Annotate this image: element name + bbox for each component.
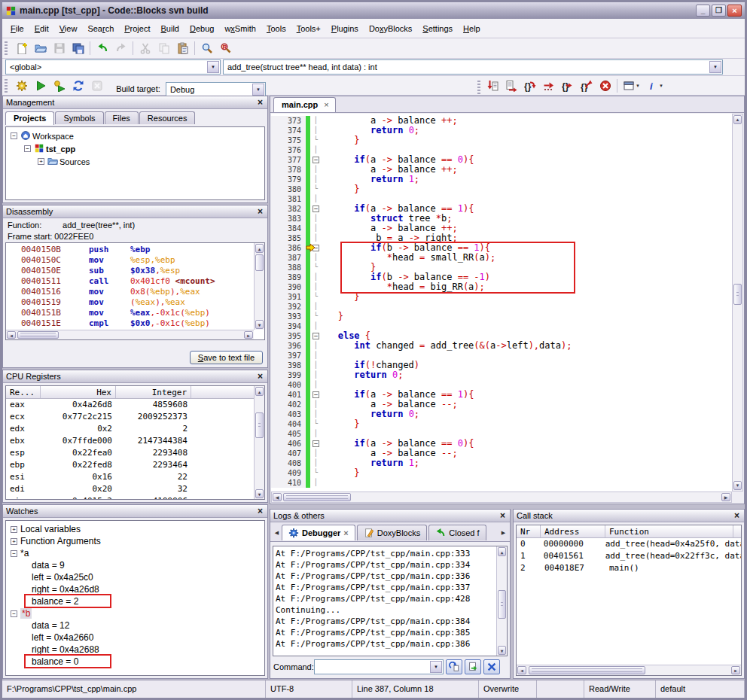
fold-margin[interactable]: │ (310, 341, 322, 351)
register-row[interactable]: ebx0x7ffde0002147344384 (6, 435, 264, 447)
chevron-down-icon[interactable]: ▼ (252, 84, 264, 96)
chevron-down-icon[interactable]: ▼ (207, 61, 219, 73)
scope-combobox[interactable]: <global> ▼ (5, 59, 221, 75)
fold-margin[interactable]: │ (310, 380, 322, 390)
register-row[interactable]: esi0x1622 (6, 471, 264, 483)
open-button[interactable] (31, 40, 50, 57)
fold-margin[interactable]: └ (310, 263, 322, 272)
fold-margin[interactable]: │ (310, 409, 322, 419)
line-number[interactable]: 402 (271, 400, 306, 409)
log-tab-doxyblocks[interactable]: DoxyBlocks (357, 525, 427, 540)
editor-hscrollbar[interactable]: ◀ ▶ (271, 492, 732, 503)
rebuild-button[interactable] (69, 77, 87, 94)
watch-item-data[interactable]: data = 12 (6, 619, 264, 632)
fold-margin[interactable]: │ (310, 478, 322, 488)
fold-margin[interactable]: │ (310, 351, 322, 361)
fold-margin[interactable]: │ (310, 302, 322, 312)
watch-item-left[interactable]: left = 0x4a2660 (6, 632, 264, 644)
expand-icon[interactable]: + (11, 538, 17, 545)
line-number[interactable]: 393 (271, 312, 306, 321)
line-number[interactable]: 398 (271, 361, 306, 370)
watch-item-balance[interactable]: balance = 0 (6, 656, 264, 668)
menu-item-search[interactable]: Search (82, 22, 119, 35)
log-vscrollbar[interactable]: ▲ ▼ (496, 546, 507, 656)
step-into-button[interactable]: {} (520, 77, 539, 94)
line-number[interactable]: 374 (271, 126, 306, 135)
debugger-log[interactable]: At F:/Programs/CPP/tst_cpp/main.cpp:333A… (273, 546, 508, 656)
paste-button[interactable] (173, 40, 192, 57)
line-number[interactable]: 394 (271, 321, 306, 331)
menu-item-plugins[interactable]: Plugins (326, 22, 364, 35)
cpu-registers-vscrollbar[interactable]: ▲ ▼ (254, 386, 264, 499)
call-stack-column-nr[interactable]: Nr (517, 525, 541, 537)
chevron-down-icon[interactable]: ▼ (430, 661, 442, 673)
run-to-cursor-button[interactable] (483, 77, 502, 94)
tab-scroll-left-icon[interactable]: ◀ (272, 526, 282, 540)
fold-margin[interactable]: │ (310, 449, 322, 458)
maximize-button[interactable]: ❐ (712, 5, 726, 17)
line-number[interactable]: 408 (271, 458, 306, 468)
line-number[interactable]: 406 (271, 439, 306, 449)
menu-item-tools-[interactable]: Tools+ (291, 22, 326, 35)
close-panel-icon[interactable]: × (256, 372, 264, 381)
fold-margin[interactable]: └ (310, 468, 322, 478)
fold-margin[interactable]: └ (310, 135, 322, 145)
call-stack-column-address[interactable]: Address (541, 525, 605, 537)
save-button[interactable] (50, 40, 69, 57)
line-number[interactable]: 375 (271, 135, 306, 145)
fold-margin[interactable]: │ (310, 272, 322, 282)
line-number[interactable]: 400 (271, 380, 306, 390)
collapse-icon[interactable]: − (11, 550, 17, 557)
register-column-integer[interactable]: Integer (116, 386, 191, 398)
replace-button[interactable]: R (216, 40, 235, 57)
cut-button[interactable] (136, 40, 154, 57)
watch-item-right[interactable]: right = 0x4a2688 (6, 644, 264, 656)
tab-projects[interactable]: Projects (5, 111, 54, 125)
line-number[interactable]: 378 (271, 165, 306, 175)
abort-button[interactable] (87, 77, 106, 94)
fold-margin[interactable]: │ (310, 361, 322, 370)
fold-margin[interactable]: │ (310, 429, 322, 439)
line-number[interactable]: 409 (271, 468, 306, 478)
collapse-icon[interactable]: − (11, 132, 17, 139)
line-number[interactable]: 397 (271, 351, 306, 361)
call-stack-table[interactable]: NrAddressFunction 000000000add_tree(head… (516, 525, 742, 676)
chevron-down-icon[interactable]: ▼ (709, 61, 721, 73)
menu-item-settings[interactable]: Settings (417, 22, 458, 35)
fold-margin[interactable]: − (310, 155, 322, 165)
watch-item-a[interactable]: −*a (6, 547, 264, 559)
line-number[interactable]: 381 (271, 194, 306, 204)
debugger-refresh-button[interactable] (446, 659, 462, 674)
line-number[interactable]: 383 (271, 214, 306, 224)
editor-tab-main-cpp[interactable]: main.cpp × (273, 97, 336, 112)
call-stack-row[interactable]: 000000000add_tree(head=0x4a25f0, data (517, 538, 741, 550)
menu-item-edit[interactable]: Edit (29, 22, 54, 35)
fold-collapse-icon[interactable]: − (313, 440, 319, 447)
collapse-icon[interactable]: − (24, 145, 31, 152)
line-number[interactable]: 410 (271, 478, 306, 488)
toolbar-gripper[interactable] (477, 81, 480, 94)
fold-margin[interactable]: − (310, 331, 322, 341)
line-number[interactable]: 403 (271, 409, 306, 419)
register-row[interactable]: ecx0x77c2c2152009252373 (6, 411, 264, 423)
fold-margin[interactable]: │ (310, 175, 322, 184)
next-instruction-button[interactable] (539, 77, 558, 94)
line-number[interactable]: 388 (271, 263, 306, 272)
various-info-button[interactable]: i▼ (643, 77, 666, 94)
line-number[interactable]: 390 (271, 282, 306, 292)
close-panel-icon[interactable]: × (256, 98, 264, 107)
line-number[interactable]: 373 (271, 116, 306, 126)
fold-margin[interactable]: − (310, 439, 322, 449)
menu-item-view[interactable]: View (54, 22, 83, 35)
fold-collapse-icon[interactable]: − (313, 157, 319, 163)
line-number[interactable]: 380 (271, 184, 306, 194)
line-number[interactable]: 382 (271, 204, 306, 214)
fold-margin[interactable]: │ (310, 194, 322, 204)
line-number[interactable]: 399 (271, 370, 306, 380)
build-run-button[interactable] (50, 77, 69, 94)
cpu-registers-table[interactable]: Re...HexInteger eax0x4a26d84859608ecx0x7… (5, 385, 265, 500)
fold-margin[interactable]: │ (310, 233, 322, 243)
line-number[interactable]: 384 (271, 224, 306, 233)
watch-item-balance[interactable]: balance = 2 (6, 595, 264, 607)
line-number[interactable]: 389 (271, 272, 306, 282)
